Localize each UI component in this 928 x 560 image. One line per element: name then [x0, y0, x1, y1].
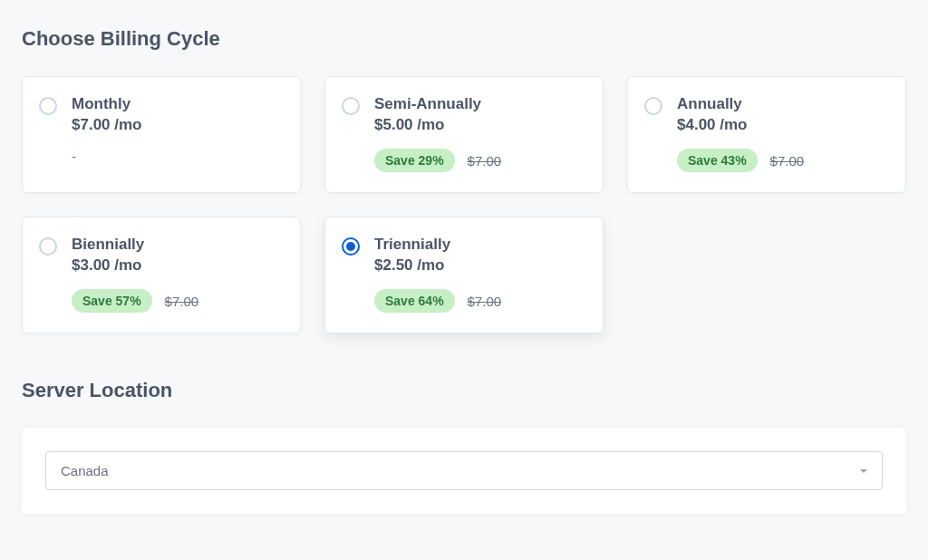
- plan-price: $2.50 /mo: [374, 256, 501, 275]
- billing-option-biennially[interactable]: Biennially $3.00 /mo Save 57% $7.00: [22, 217, 301, 333]
- billing-options-grid: Monthly $7.00 /mo - Semi-Annually $5.00 …: [22, 76, 906, 333]
- save-badge: Save 43%: [677, 149, 758, 172]
- billing-option-annually[interactable]: Annually $4.00 /mo Save 43% $7.00: [627, 76, 906, 193]
- radio-icon: [39, 97, 57, 115]
- billing-option-triennially[interactable]: Triennially $2.50 /mo Save 64% $7.00: [324, 217, 604, 333]
- radio-icon: [342, 237, 360, 256]
- billing-option-monthly[interactable]: Monthly $7.00 /mo -: [22, 76, 301, 193]
- plan-price: $3.00 /mo: [72, 256, 198, 275]
- plan-name: Triennially: [374, 236, 501, 254]
- plan-price: $5.00 /mo: [374, 116, 501, 134]
- billing-content: Semi-Annually $5.00 /mo Save 29% $7.00: [374, 95, 501, 172]
- old-price: $7.00: [165, 294, 199, 309]
- savings-row: Save 57% $7.00: [72, 289, 198, 313]
- no-savings-dash: -: [72, 149, 142, 164]
- billing-cycle-title: Choose Billing Cycle: [22, 27, 906, 51]
- billing-content: Triennially $2.50 /mo Save 64% $7.00: [374, 236, 501, 313]
- server-location-card: Canada: [22, 428, 906, 514]
- save-badge: Save 64%: [374, 289, 455, 313]
- save-badge: Save 57%: [72, 289, 152, 313]
- server-location-title: Server Location: [22, 379, 906, 402]
- server-location-select-wrapper: Canada: [45, 451, 883, 490]
- savings-row: Save 64% $7.00: [374, 289, 501, 313]
- chevron-down-icon: [860, 469, 867, 473]
- old-price: $7.00: [770, 153, 805, 169]
- old-price: $7.00: [468, 153, 502, 169]
- save-badge: Save 29%: [374, 149, 455, 172]
- billing-content: Annually $4.00 /mo Save 43% $7.00: [677, 95, 804, 172]
- server-location-selected: Canada: [61, 463, 109, 478]
- plan-name: Semi-Annually: [374, 95, 501, 113]
- billing-content: Biennially $3.00 /mo Save 57% $7.00: [72, 236, 198, 313]
- billing-content: Monthly $7.00 /mo -: [72, 95, 142, 164]
- radio-icon: [39, 237, 57, 256]
- plan-price: $7.00 /mo: [72, 116, 142, 134]
- plan-price: $4.00 /mo: [677, 116, 804, 134]
- savings-row: Save 43% $7.00: [677, 149, 804, 172]
- savings-row: Save 29% $7.00: [374, 149, 501, 172]
- plan-name: Biennially: [72, 236, 198, 254]
- radio-icon: [644, 97, 662, 115]
- old-price: $7.00: [468, 294, 502, 309]
- plan-name: Monthly: [72, 95, 142, 113]
- billing-option-semi-annually[interactable]: Semi-Annually $5.00 /mo Save 29% $7.00: [324, 76, 604, 193]
- server-location-select[interactable]: Canada: [45, 451, 883, 490]
- plan-name: Annually: [677, 95, 804, 113]
- radio-icon: [342, 97, 360, 115]
